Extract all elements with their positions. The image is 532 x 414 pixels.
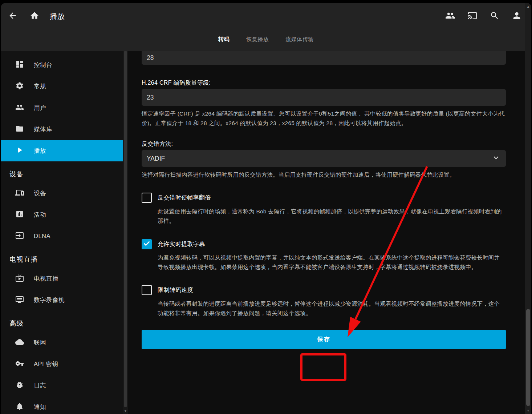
devices-icon <box>15 188 24 198</box>
connections-button[interactable] <box>442 8 458 24</box>
user-icon <box>512 11 522 22</box>
people-icon <box>445 11 455 22</box>
scroll-down-arrow-icon[interactable]: ▼ <box>525 409 531 413</box>
sidebar-item-playback[interactable]: 播放 <box>1 140 123 161</box>
search-button[interactable] <box>487 8 503 24</box>
cast-icon <box>468 11 477 22</box>
crf-input[interactable] <box>142 89 506 106</box>
dashboard-icon <box>15 60 24 70</box>
page-scrollbar[interactable]: ▲ ▼ <box>525 3 531 414</box>
sidebar-item-dlna[interactable]: DLNA <box>1 225 123 247</box>
crf-description: 恒定速率因子 (CRF) 是 x264 编码器的默认质量设置。您可以设置介于0和… <box>142 109 506 128</box>
back-icon <box>8 11 17 22</box>
throttle-description: 当转码或者再封装的进度距离当前播放进度足够远时，暂停这个进程以减少资源消耗。当观… <box>158 299 505 318</box>
activity-chart-icon <box>15 210 24 220</box>
input-icon <box>15 231 24 241</box>
gear-icon <box>15 81 24 92</box>
sidebar-item-livetv[interactable]: 电视直播 <box>1 268 123 289</box>
double-framerate-description: 此设置使用去隔行时的场频，通常称为 Bob 去隔行，它将视频的帧频加倍，以提供完… <box>158 207 505 226</box>
page-scrollbar-thumb[interactable] <box>526 309 530 406</box>
subtitle-extraction-description: 为避免视频转码，可以从视频中提取内置的字幕，并以纯文本的形式发送给客户端。在某些… <box>158 253 505 272</box>
live-tv-icon <box>15 274 24 284</box>
sidebar-item-networking[interactable]: 联网 <box>1 332 123 353</box>
sidebar-nav: 控制台 常规 用户 媒体库 播放 设备 设备 活动 DLNA 电视直播 电视直播… <box>1 51 123 414</box>
sidebar-item-devices[interactable]: 设备 <box>1 182 123 204</box>
throttle-label: 限制转码速度 <box>158 286 193 294</box>
chevron-down-icon <box>491 153 501 164</box>
save-button[interactable]: 保存 <box>142 330 506 349</box>
throttle-row: 限制转码速度 <box>142 285 506 295</box>
scroll-down-arrow-icon[interactable]: ▼ <box>123 409 128 413</box>
header-actions <box>442 8 531 24</box>
dvr-icon <box>15 295 24 305</box>
deinterlace-select[interactable]: YADIF <box>142 150 506 167</box>
deinterlace-selected-value: YADIF <box>147 155 491 162</box>
subtitle-extraction-row: 允许实时提取字幕 <box>142 239 506 249</box>
scroll-up-arrow-icon[interactable]: ▲ <box>525 5 531 8</box>
throttle-checkbox[interactable] <box>142 285 152 295</box>
sidebar-section-livetv: 电视直播 <box>1 250 123 268</box>
sidebar-item-libraries[interactable]: 媒体库 <box>1 118 123 140</box>
play-icon <box>15 146 24 156</box>
sidebar-item-logs[interactable]: 日志 <box>1 375 123 396</box>
tab-bar: 转码 恢复播放 流媒体传输 <box>1 30 531 49</box>
sidebar-section-devices: 设备 <box>1 165 123 182</box>
subtitle-extraction-label: 允许实时提取字幕 <box>158 241 205 248</box>
cast-button[interactable] <box>464 8 480 24</box>
crf-label: H.264 CRF 编码质量等级: <box>142 79 506 87</box>
search-icon <box>490 11 499 22</box>
folder-icon <box>15 124 24 134</box>
double-framerate-row: 反交错时使帧率翻倍 <box>142 193 506 203</box>
sidebar-item-dvr[interactable]: 数字录像机 <box>1 289 123 311</box>
sidebar-item-api-keys[interactable]: API 密钥 <box>1 353 123 375</box>
tab-resume-playback[interactable]: 恢复播放 <box>246 36 269 43</box>
tab-streaming[interactable]: 流媒体传输 <box>285 36 314 43</box>
people-icon <box>15 103 24 113</box>
double-framerate-checkbox[interactable] <box>142 193 152 203</box>
subtitle-extraction-checkbox[interactable] <box>142 239 152 249</box>
sidebar-scrollbar[interactable]: ▼ <box>123 51 128 414</box>
user-menu-button[interactable] <box>509 8 525 24</box>
home-button[interactable] <box>27 8 42 24</box>
key-icon <box>15 359 24 369</box>
sidebar-item-activity[interactable]: 活动 <box>1 204 123 225</box>
sidebar-item-users[interactable]: 用户 <box>1 97 123 118</box>
cloud-icon <box>15 338 24 348</box>
sidebar-section-advanced: 高级 <box>1 314 123 332</box>
page-title: 播放 <box>50 12 65 21</box>
sidebar-scrollbar-thumb[interactable] <box>124 51 127 407</box>
h265-crf-input[interactable] <box>142 51 506 65</box>
sidebar-item-general[interactable]: 常规 <box>1 76 123 97</box>
sidebar-item-dashboard[interactable]: 控制台 <box>1 54 123 76</box>
header-row: 播放 <box>1 3 531 30</box>
bell-icon <box>15 402 24 412</box>
deinterlace-label: 反交错方法: <box>142 140 506 148</box>
tab-transcoding[interactable]: 转码 <box>218 36 230 43</box>
checkmark-icon <box>143 240 151 249</box>
bug-icon <box>15 381 24 391</box>
home-icon <box>30 11 39 22</box>
sidebar-item-notifications[interactable]: 通知 <box>1 396 123 414</box>
double-framerate-label: 反交错时使帧率翻倍 <box>158 194 211 202</box>
back-button[interactable] <box>5 8 21 24</box>
settings-form: H.264 CRF 编码质量等级: 恒定速率因子 (CRF) 是 x264 编码… <box>142 51 506 349</box>
deinterlace-description: 选择对隔行扫描内容进行软转码时所用的反交错方法。当启用支持硬件反交错的硬件加速后… <box>142 170 506 180</box>
app-header: 播放 转码 恢复播放 流媒体传输 <box>1 3 531 51</box>
